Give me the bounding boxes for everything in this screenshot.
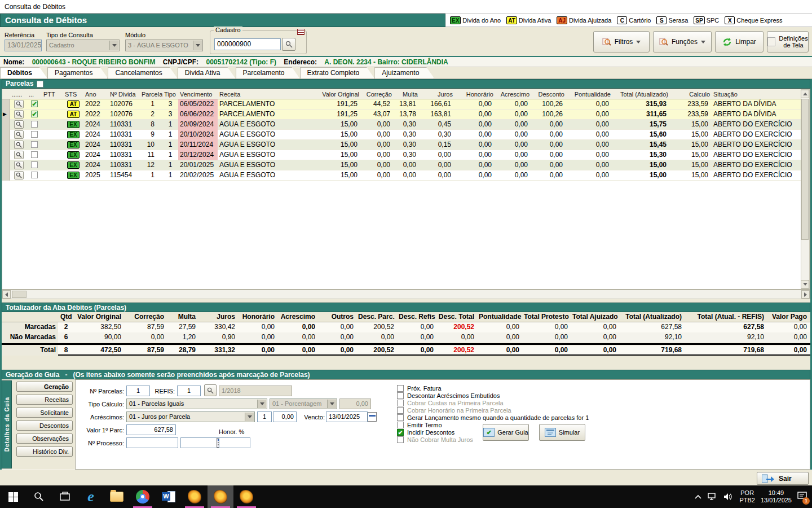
acrescimos-num-field[interactable]: 0,00 xyxy=(273,411,297,422)
table-row[interactable]: EX202411033111120/12/2024AGUA E ESGOTO15… xyxy=(2,150,810,160)
column-header[interactable]: Tipo xyxy=(162,89,178,99)
limpar-button[interactable]: Limpar xyxy=(715,31,764,52)
row-magnifier-button[interactable] xyxy=(14,100,24,108)
column-header[interactable]: Parcela xyxy=(140,89,162,99)
column-header[interactable]: Total (Atualizado) xyxy=(612,89,670,99)
column-header[interactable]: Honorário xyxy=(454,89,495,99)
funcoes-button[interactable]: Funções xyxy=(653,31,712,52)
row-magnifier-button[interactable] xyxy=(14,130,24,139)
list-icon[interactable] xyxy=(297,29,304,35)
filtros-button[interactable]: Filtros xyxy=(593,31,650,52)
scroll-up-button[interactable] xyxy=(801,90,809,98)
tipo-calculo-select[interactable]: 01 - Parcelas Iguais xyxy=(126,398,267,409)
column-header[interactable]: STS xyxy=(63,89,83,99)
taskbar-chrome-button[interactable] xyxy=(130,485,156,508)
acrescimos-select[interactable]: 01 - Juros por Parcela xyxy=(126,411,255,422)
column-header[interactable]: Situação xyxy=(712,89,796,99)
tab-extrato-completo[interactable]: Extrato Completo xyxy=(300,67,375,78)
taskbar-explorer-button[interactable] xyxy=(104,485,130,508)
table-row[interactable]: EX202411033110120/11/2024AGUA E ESGOTO15… xyxy=(2,140,810,150)
column-header[interactable]: Desconto xyxy=(531,89,566,99)
start-button[interactable] xyxy=(0,485,26,508)
column-header[interactable]: ...... xyxy=(10,89,27,99)
horizontal-scrollbar[interactable] xyxy=(2,290,810,299)
scroll-down-button[interactable] xyxy=(801,280,809,288)
referencia-field[interactable]: 13/01/2025 xyxy=(5,40,42,51)
row-checkbox[interactable] xyxy=(31,161,38,168)
tab-débitos[interactable]: Débitos xyxy=(0,67,47,78)
valor-parc-field[interactable]: 627,58 xyxy=(126,424,176,435)
tab-cancelamentos[interactable]: Cancelamentos xyxy=(108,67,177,78)
column-header[interactable]: Correção xyxy=(361,89,394,99)
taskbar-app3-button[interactable] xyxy=(233,485,259,508)
definicoes-tela-button[interactable]: Definiçõesde Tela xyxy=(767,31,809,52)
checkbox-incidir-descontos[interactable]: Incidir Descontos✔ xyxy=(397,428,454,436)
network-icon[interactable] xyxy=(708,493,718,501)
side-button-receitas[interactable]: Receitas xyxy=(16,395,73,405)
gerar-guia-button[interactable]: ✔ Gerar Guia xyxy=(483,424,529,441)
column-header[interactable]: Acrescimo xyxy=(495,89,531,99)
table-row[interactable]: EX20251154541120/02/2025AGUA E ESGOTO15,… xyxy=(2,170,810,181)
sair-button[interactable]: Sair xyxy=(757,472,809,485)
tab-parcelamento[interactable]: Parcelamento xyxy=(236,67,300,78)
simular-button[interactable]: Simular xyxy=(539,424,585,441)
parcelas-select-all-checkbox[interactable] xyxy=(37,81,43,87)
chevron-up-icon[interactable] xyxy=(694,494,702,500)
processo-field[interactable] xyxy=(126,437,178,448)
cadastro-search-button[interactable] xyxy=(282,38,295,51)
column-header[interactable]: Vencimento xyxy=(178,89,218,99)
vertical-scroll-thumb[interactable] xyxy=(801,99,809,240)
side-button-hist-rico-div-[interactable]: Histórico Div. xyxy=(16,446,73,457)
column-header[interactable]: Valor Original xyxy=(302,89,361,99)
scroll-right-button[interactable] xyxy=(801,290,810,299)
checkbox-box[interactable] xyxy=(397,392,404,399)
checkbox-box[interactable] xyxy=(397,422,404,428)
taskbar-word-button[interactable]: W xyxy=(156,485,182,508)
checkbox-descontar-acr-scimos-embutidos[interactable]: Descontar Acréscimos Embutidos xyxy=(397,392,500,400)
row-magnifier-button[interactable] xyxy=(14,151,24,159)
column-header[interactable]: Ano xyxy=(83,89,108,99)
column-header[interactable]: Multa xyxy=(394,89,420,99)
row-checkbox[interactable] xyxy=(31,172,38,178)
tab-ajuizamento[interactable]: Ajuizamento xyxy=(374,67,434,78)
side-button-descontos[interactable]: Descontos xyxy=(16,421,73,431)
table-row[interactable]: EX202411033112120/01/2025AGUA E ESGOTO15… xyxy=(2,160,810,170)
vencto-field[interactable]: 13/01/2025 xyxy=(326,411,368,422)
table-row[interactable]: EX20241103319120/10/2024AGUA E ESGOTO15,… xyxy=(2,130,810,140)
refis-field[interactable]: 1 xyxy=(177,386,201,396)
modulo-select[interactable]: 3 - ÁGUA E ESGOTO xyxy=(125,40,203,51)
clock[interactable]: 10:4913/01/2025 xyxy=(761,489,792,504)
speaker-icon[interactable] xyxy=(723,493,734,501)
horizontal-scroll-thumb[interactable] xyxy=(12,291,27,298)
row-checkbox[interactable] xyxy=(31,121,38,128)
column-header[interactable]: Juros xyxy=(420,89,454,99)
column-header[interactable]: Calculo xyxy=(670,89,712,99)
checkbox-pr-x-fatura[interactable]: Próx. Fatura xyxy=(397,384,442,392)
taskbar-app2-button-active[interactable] xyxy=(208,485,233,508)
row-magnifier-button[interactable] xyxy=(14,110,24,119)
cadastro-field[interactable]: 000000900 xyxy=(214,38,281,50)
column-header[interactable]: PTT xyxy=(42,89,63,99)
row-checkbox[interactable]: ✔ xyxy=(31,100,38,107)
side-button-observa-es[interactable]: Observações xyxy=(16,433,73,444)
row-magnifier-button[interactable] xyxy=(14,120,24,129)
tipo-consulta-select[interactable]: Cadastro xyxy=(46,40,120,51)
scroll-left-button[interactable] xyxy=(2,290,11,299)
column-header[interactable]: Receita xyxy=(218,89,302,99)
side-button-solicitante[interactable]: Solicitante xyxy=(16,408,73,418)
table-row[interactable]: ▶✔AT20221020762306/06/2022PARCELAMENTO19… xyxy=(2,110,810,120)
calendar-icon[interactable] xyxy=(368,412,377,422)
tab-pagamentos[interactable]: Pagamentos xyxy=(47,67,108,78)
refis-search-button[interactable] xyxy=(204,384,217,396)
checkbox-box[interactable]: ✔ xyxy=(397,429,404,436)
checkbox-box[interactable] xyxy=(397,414,404,421)
row-magnifier-button[interactable] xyxy=(14,161,24,169)
tab-divida-ativa[interactable]: Divida Ativa xyxy=(178,67,236,78)
checkbox-gerar-lan-amento-mesmo-quando-a-quantida[interactable]: Gerar Lançamento mesmo quando a quantida… xyxy=(397,414,589,422)
column-header[interactable]: Nº Divida xyxy=(108,89,140,99)
taskbar-app1-button[interactable] xyxy=(182,485,208,508)
action-center-button[interactable]: 1 xyxy=(797,492,807,502)
table-row[interactable]: EX20241103318120/09/2024AGUA E ESGOTO15,… xyxy=(2,120,810,130)
row-magnifier-button[interactable] xyxy=(14,171,24,179)
n-parcelas-field[interactable]: 1 xyxy=(126,386,150,396)
